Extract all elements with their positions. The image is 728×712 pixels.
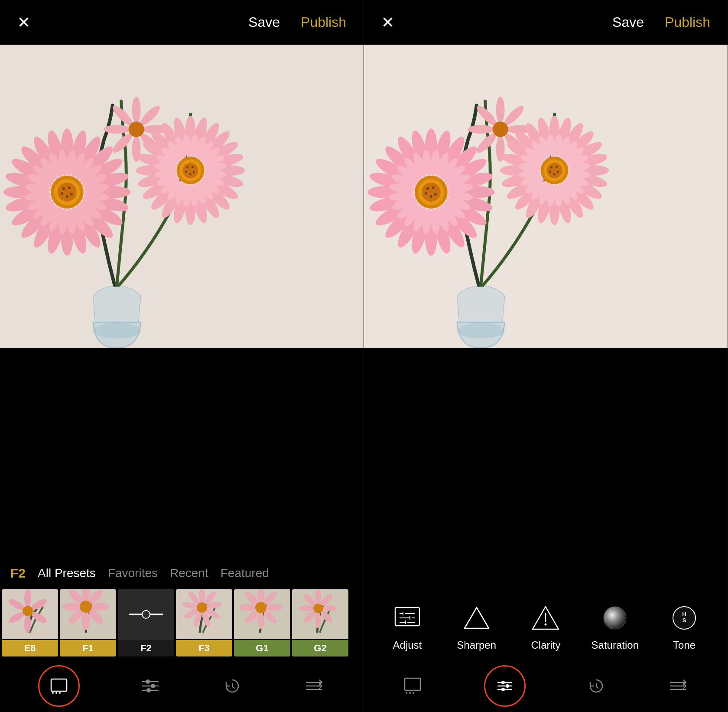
svg-point-64 (104, 125, 130, 134)
preset-strip: E8 (0, 589, 364, 656)
svg-point-55 (61, 192, 63, 195)
svg-point-309 (557, 171, 559, 173)
svg-point-241 (426, 187, 429, 190)
left-panel: ✕ Save Publish (0, 0, 364, 712)
tab-f2[interactable]: F2 (10, 566, 26, 581)
right-save-button[interactable]: Save (612, 14, 644, 30)
svg-point-246 (496, 97, 505, 123)
selective-icon (303, 675, 325, 697)
right-adjust-icon (494, 676, 515, 696)
svg-point-245 (430, 195, 432, 198)
svg-point-330 (406, 692, 407, 694)
svg-point-53 (62, 187, 65, 190)
svg-point-334 (501, 681, 505, 684)
right-publish-button[interactable]: Publish (665, 14, 710, 30)
left-publish-button[interactable]: Publish (301, 14, 346, 30)
preset-f2[interactable]: F2 (118, 589, 174, 656)
svg-point-117 (182, 163, 198, 178)
svg-point-308 (549, 171, 551, 173)
svg-point-127 (24, 615, 31, 633)
sharpen-tool-icon (462, 603, 492, 633)
tab-favorites[interactable]: Favorites (108, 566, 158, 580)
svg-point-130 (23, 606, 33, 616)
svg-point-140 (80, 601, 92, 613)
preset-g2[interactable]: G2 (292, 589, 348, 656)
svg-point-173 (52, 692, 54, 694)
right-bottom-nav (364, 660, 728, 712)
tool-adjust[interactable]: Adjust (381, 603, 433, 651)
svg-point-178 (146, 679, 150, 684)
svg-point-124 (24, 589, 31, 607)
svg-point-331 (409, 692, 411, 694)
svg-rect-176 (52, 680, 66, 690)
right-close-button[interactable]: ✕ (381, 15, 394, 30)
svg-rect-172 (51, 679, 67, 691)
tab-recent[interactable]: Recent (170, 566, 208, 580)
svg-point-254 (493, 121, 508, 137)
tool-sharpen[interactable]: Sharpen (451, 603, 503, 651)
preset-e8[interactable]: E8 (2, 589, 58, 656)
svg-point-165 (322, 605, 338, 611)
svg-point-163 (315, 589, 321, 604)
svg-point-151 (197, 602, 207, 613)
svg-point-121 (193, 171, 195, 173)
svg-point-159 (239, 604, 257, 611)
svg-point-157 (257, 612, 264, 629)
right-topbar: ✕ Save Publish (364, 0, 728, 45)
svg-point-240 (422, 183, 441, 202)
tool-clarity[interactable]: Clarity (520, 603, 572, 651)
svg-line-340 (596, 687, 598, 688)
tool-tone[interactable]: H S Tone (658, 603, 710, 651)
svg-point-244 (434, 193, 437, 196)
svg-text:H: H (682, 611, 686, 617)
svg-point-306 (550, 167, 552, 169)
right-bottom-area: Adjust Sharpen (364, 348, 728, 712)
preset-f1[interactable]: F1 (60, 589, 116, 656)
preset-tabs: F2 All Presets Favorites Recent Featured (0, 554, 364, 589)
right-nav-history-button[interactable] (585, 675, 608, 697)
tool-saturation[interactable]: Saturation (589, 603, 641, 651)
svg-point-171 (313, 604, 323, 613)
nav-selective-button[interactable] (303, 675, 325, 697)
svg-point-182 (146, 688, 151, 692)
preset-f3[interactable]: F3 (176, 589, 232, 656)
right-presets-icon (402, 675, 425, 697)
right-nav-selective-button[interactable] (667, 675, 689, 697)
svg-point-175 (59, 692, 61, 694)
nav-presets-button[interactable] (38, 665, 80, 707)
left-topbar-actions: Save Publish (248, 14, 346, 30)
preset-e8-label: E8 (2, 640, 58, 656)
right-panel: ✕ Save Publish (364, 0, 728, 712)
left-save-button[interactable]: Save (248, 14, 280, 30)
svg-point-325 (604, 607, 626, 629)
tab-all-presets[interactable]: All Presets (38, 566, 96, 580)
clarity-tool-label: Clarity (531, 639, 560, 651)
svg-point-332 (413, 692, 414, 694)
preset-g1-label: G1 (234, 640, 290, 656)
svg-line-184 (232, 687, 234, 688)
svg-point-134 (90, 603, 109, 611)
left-bottom-area: F2 All Presets Favorites Recent Featured (0, 348, 364, 712)
svg-point-138 (62, 603, 81, 611)
svg-point-305 (546, 163, 562, 178)
svg-point-310 (553, 173, 556, 176)
preset-g1[interactable]: G1 (234, 589, 290, 656)
svg-point-324 (545, 624, 547, 626)
svg-point-252 (468, 125, 494, 134)
left-close-button[interactable]: ✕ (17, 15, 30, 30)
svg-point-338 (501, 688, 505, 691)
svg-point-307 (556, 166, 558, 168)
svg-point-174 (55, 692, 57, 694)
nav-history-button[interactable] (221, 675, 244, 697)
right-nav-presets-button[interactable] (402, 675, 425, 697)
svg-marker-321 (465, 607, 489, 628)
svg-point-119 (192, 166, 194, 168)
svg-rect-311 (395, 607, 419, 626)
svg-point-169 (299, 605, 314, 611)
nav-adjust-button[interactable] (139, 675, 162, 697)
tab-featured[interactable]: Featured (221, 566, 269, 580)
svg-point-180 (151, 684, 155, 688)
right-nav-adjust-button[interactable] (484, 665, 526, 707)
svg-point-161 (255, 602, 266, 613)
right-topbar-actions: Save Publish (612, 14, 710, 30)
